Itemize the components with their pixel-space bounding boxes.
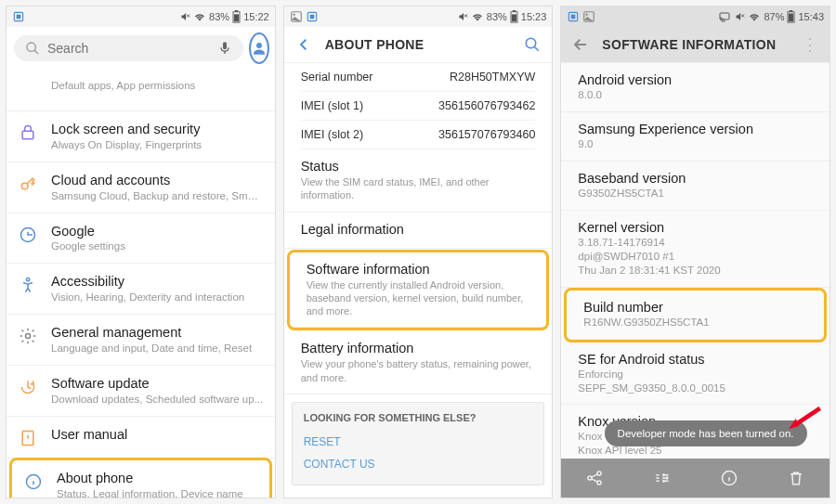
gear-icon: [19, 327, 37, 345]
status-bar: 87% 15:43: [561, 6, 829, 27]
battery-percent: 83%: [487, 11, 507, 22]
svg-point-18: [293, 14, 294, 16]
table-row: IMEI (slot 1)356156076793462: [301, 92, 536, 121]
screenshot-icon: [567, 10, 580, 23]
link-reset[interactable]: RESET: [304, 431, 533, 453]
svg-line-27: [535, 46, 540, 51]
svg-point-31: [586, 14, 588, 16]
battery-icon: [232, 10, 241, 23]
key-icon: [19, 174, 37, 193]
status-bar: 83% 15:22: [7, 6, 275, 27]
battery-icon: [787, 10, 795, 23]
svg-rect-25: [512, 14, 516, 21]
search-row: [7, 27, 275, 70]
info-samsung-experience[interactable]: Samsung Experience version9.0: [561, 112, 829, 162]
header: ABOUT PHONE: [284, 27, 553, 63]
table-row: IMEI (slot 2)356157076793460: [301, 121, 536, 149]
settings-main-screen: 83% 15:22 Default apps, App permissions …: [6, 6, 276, 498]
svg-rect-20: [309, 15, 314, 19]
settings-list: Default apps, App permissions Lock scree…: [7, 70, 275, 498]
svg-rect-32: [720, 13, 729, 19]
info-kernel[interactable]: Kernel version3.18.71-14176914 dpi@SWDH7…: [561, 211, 829, 288]
svg-point-9: [256, 43, 262, 48]
svg-rect-5: [235, 10, 239, 12]
battery-percent: 87%: [764, 11, 784, 22]
software-information-screen: 87% 15:43 SOFTWARE INFORMATION ⋮ Android…: [560, 6, 830, 498]
section-status[interactable]: Status View the SIM card status, IMEI, a…: [284, 149, 553, 213]
accessibility-icon: [19, 276, 37, 294]
list-item-software-update[interactable]: Software updateDownload updates, Schedul…: [7, 366, 275, 417]
lock-icon: [19, 123, 37, 142]
link-contact-us[interactable]: CONTACT US: [304, 453, 533, 475]
svg-rect-36: [790, 10, 793, 12]
clock: 15:23: [521, 11, 547, 22]
svg-point-26: [527, 38, 537, 48]
svg-point-11: [21, 183, 28, 189]
svg-line-8: [34, 50, 38, 54]
screenshot-toolbar: [561, 459, 829, 498]
list-item-lock-screen[interactable]: Lock screen and securityAlways On Displa…: [7, 111, 275, 162]
battery-percent: 83%: [209, 11, 229, 22]
manual-icon: [19, 429, 37, 447]
person-icon: [251, 40, 268, 57]
mute-icon: [457, 11, 468, 22]
search-icon[interactable]: [524, 36, 541, 53]
table-row: Serial numberR28H50TMXYW: [301, 63, 536, 92]
edit-icon[interactable]: [653, 469, 672, 487]
page-title: SOFTWARE INFORMATION: [602, 37, 776, 52]
info-build-number[interactable]: Build numberR16NW.G9350ZHS5CTA1: [567, 291, 824, 340]
about-phone-screen: 83% 15:23 ABOUT PHONE Serial numberR28H5…: [283, 6, 554, 498]
info-icon: [24, 472, 43, 491]
wifi-icon: [471, 11, 484, 22]
screenshot-icon: [306, 10, 319, 23]
details-icon[interactable]: [720, 469, 738, 487]
info-baseband[interactable]: Baseband versionG9350ZHS5CTA1: [561, 162, 829, 211]
svg-rect-6: [234, 14, 239, 21]
info-se-status[interactable]: SE for Android statusEnforcing SEPF_SM_G…: [561, 342, 829, 406]
svg-rect-29: [571, 15, 576, 19]
search-box[interactable]: [14, 35, 243, 61]
search-input[interactable]: [47, 41, 210, 56]
header: SOFTWARE INFORMATION ⋮: [561, 27, 829, 63]
svg-rect-1: [17, 15, 21, 19]
svg-rect-24: [513, 10, 516, 12]
image-icon: [290, 10, 303, 23]
annotation-arrow-icon: [787, 407, 822, 433]
section-legal[interactable]: Legal information: [284, 213, 553, 249]
page-title: ABOUT PHONE: [325, 37, 425, 52]
delete-icon[interactable]: [787, 469, 805, 487]
cast-icon: [718, 11, 731, 22]
toast-developer-mode: Developer mode has been turned on.: [605, 420, 807, 446]
image-icon: [582, 10, 595, 23]
list-item-google[interactable]: GoogleGoogle settings: [7, 213, 275, 265]
list-item-apps-truncated[interactable]: Default apps, App permissions: [7, 70, 275, 111]
mute-icon: [179, 11, 190, 22]
svg-point-14: [26, 334, 31, 339]
list-item-user-manual[interactable]: User manual: [7, 417, 275, 459]
list-item-about-phone[interactable]: About phoneStatus, Legal information, De…: [12, 460, 269, 498]
clock: 15:22: [243, 11, 269, 22]
mic-icon[interactable]: [217, 41, 232, 56]
share-icon[interactable]: [585, 469, 604, 487]
list-item-cloud[interactable]: Cloud and accountsSamsung Cloud, Backup …: [7, 162, 275, 213]
search-icon: [25, 41, 40, 56]
info-android-version[interactable]: Android version8.0.0: [561, 63, 829, 112]
screenshot-icon: [12, 10, 25, 23]
svg-point-13: [26, 278, 29, 281]
back-icon[interactable]: [295, 36, 312, 53]
section-software-information[interactable]: Software information View the currently …: [290, 252, 547, 329]
list-item-accessibility[interactable]: AccessibilityVision, Hearing, Dexterity …: [7, 264, 275, 315]
svg-rect-10: [22, 131, 33, 138]
svg-rect-37: [789, 14, 793, 22]
wifi-icon: [748, 11, 761, 22]
back-icon[interactable]: [572, 36, 589, 53]
footer-suggestions: LOOKING FOR SOMETHING ELSE? RESET CONTAC…: [292, 402, 545, 485]
svg-point-7: [27, 43, 35, 51]
list-item-general[interactable]: General managementLanguage and input, Da…: [7, 315, 275, 366]
update-icon: [19, 378, 37, 396]
section-battery-information[interactable]: Battery information View your phone's ba…: [284, 331, 553, 394]
more-icon[interactable]: ⋮: [802, 34, 818, 55]
mute-icon: [734, 11, 745, 22]
profile-button[interactable]: [249, 32, 269, 64]
device-identifiers-table: Serial numberR28H50TMXYW IMEI (slot 1)35…: [284, 63, 553, 149]
